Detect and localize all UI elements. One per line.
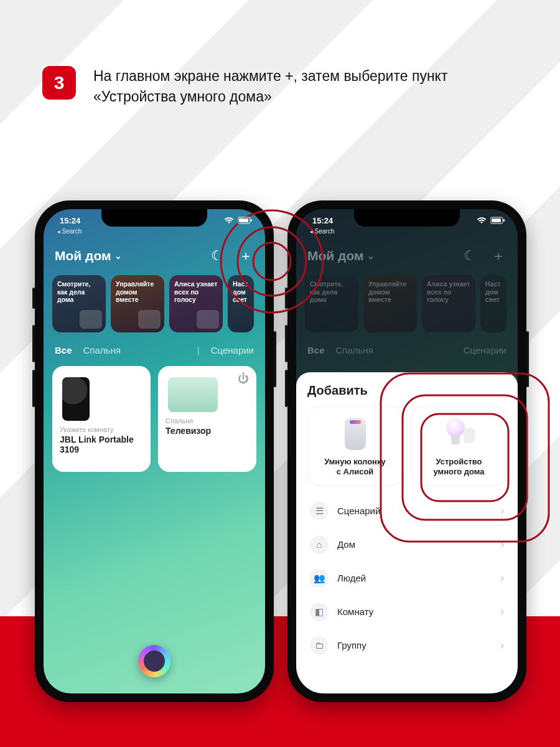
- promo-card[interactable]: Наст дом свет: [228, 275, 254, 332]
- chevron-right-icon: ›: [500, 571, 504, 585]
- power-icon[interactable]: ⏻: [238, 372, 249, 385]
- phone-mockup-add-sheet: 15:24 Search Мой дом⌄ ☾＋ Смотрите, как д…: [287, 200, 526, 702]
- promo-card[interactable]: Управляйте домом вместе: [111, 275, 164, 332]
- smart-bulb-icon: [444, 417, 475, 451]
- add-smart-speaker-card[interactable]: Умную колонку с Алисой: [307, 406, 403, 486]
- phone-mockup-home: 15:24 Search Мой дом ⌄ ☾ ＋ Смотрите, к: [35, 200, 274, 702]
- add-bottom-sheet: Добавить Умную колонку с Алисой Устройст…: [296, 372, 518, 693]
- phone-notch: [354, 209, 460, 227]
- step-text: На главном экране нажмите +, затем выбер…: [93, 66, 510, 108]
- device-card-tv[interactable]: ⏻ Спальня Телевизор: [158, 366, 256, 472]
- people-icon: 👥: [310, 569, 329, 588]
- room-icon: ◧: [310, 603, 329, 621]
- home-title: Мой дом: [55, 248, 111, 263]
- tv-image: [168, 377, 218, 412]
- phone-notch: [101, 209, 207, 227]
- battery-icon: [238, 217, 253, 224]
- home-title-dropdown[interactable]: Мой дом ⌄: [55, 248, 122, 263]
- back-to-search-crumb[interactable]: Search: [310, 228, 334, 235]
- promo-card[interactable]: Алиса узнает всех по голосу: [169, 275, 223, 332]
- chevron-down-icon: ⌄: [114, 251, 122, 261]
- promo-card[interactable]: Смотрите, как дела дома: [52, 275, 106, 332]
- device-room-hint: Укажите комнату: [60, 426, 143, 433]
- svg-rect-5: [503, 219, 505, 222]
- speaker-icon: [345, 418, 366, 450]
- promo-carousel[interactable]: Смотрите, как дела дома Управляйте домом…: [52, 275, 265, 332]
- tab-all[interactable]: Все: [55, 345, 72, 355]
- instruction-step: 3 На главном экране нажмите +, затем выб…: [42, 66, 510, 108]
- chevron-right-icon: ›: [500, 639, 504, 652]
- home-icon: ⌂: [310, 535, 329, 554]
- room-tabs: Все Спальня | Сценарии: [55, 345, 254, 355]
- device-name: Телевизор: [166, 426, 249, 436]
- night-mode-icon[interactable]: ☾: [209, 248, 225, 264]
- step-number-badge: 3: [42, 66, 76, 100]
- chevron-right-icon: ›: [500, 538, 504, 551]
- wifi-icon: [477, 217, 487, 224]
- device-room: Спальня: [166, 417, 249, 425]
- sheet-title: Добавить: [307, 383, 506, 398]
- back-to-search-crumb[interactable]: Search: [57, 228, 82, 235]
- device-card-speaker[interactable]: Укажите комнату JBL Link Portable 3109: [52, 366, 151, 472]
- add-smart-device-card[interactable]: Устройство умного дома: [411, 406, 506, 486]
- tab-bedroom[interactable]: Спальня: [83, 345, 121, 355]
- speaker-image: [62, 377, 90, 421]
- add-home-item[interactable]: ⌂ Дом ›: [307, 528, 506, 561]
- chevron-right-icon: ›: [500, 605, 504, 618]
- add-scenario-item[interactable]: ☰ Сценарий ›: [307, 494, 506, 528]
- add-button[interactable]: ＋: [238, 248, 254, 264]
- wifi-icon: [224, 217, 234, 224]
- svg-rect-1: [239, 218, 248, 222]
- device-name: JBL Link Portable 3109: [60, 435, 143, 454]
- chevron-right-icon: ›: [500, 504, 504, 517]
- add-people-item[interactable]: 👥 Людей ›: [307, 561, 506, 595]
- alisa-voice-button[interactable]: [138, 645, 170, 677]
- scenario-icon: ☰: [310, 502, 329, 520]
- add-room-item[interactable]: ◧ Комнату ›: [307, 595, 506, 629]
- tab-scenarios[interactable]: Сценарии: [211, 345, 254, 355]
- svg-rect-2: [251, 219, 252, 222]
- status-time: 15:24: [312, 216, 333, 225]
- group-icon: 🗀: [310, 636, 329, 655]
- add-group-item[interactable]: 🗀 Группу ›: [307, 629, 506, 662]
- svg-rect-4: [492, 218, 501, 222]
- battery-icon: [490, 217, 505, 224]
- status-time: 15:24: [60, 216, 80, 225]
